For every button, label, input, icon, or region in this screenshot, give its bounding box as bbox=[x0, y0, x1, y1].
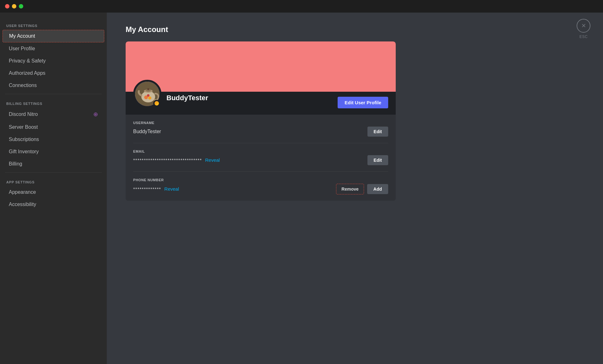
sidebar-item-appearance[interactable]: Appearance bbox=[3, 186, 104, 198]
svg-point-4 bbox=[147, 88, 149, 90]
username-actions: Edit bbox=[367, 127, 388, 137]
sidebar-item-discord-nitro[interactable]: Discord Nitro ⊕ bbox=[3, 108, 104, 121]
user-settings-section-label: USER SETTINGS bbox=[0, 19, 107, 30]
phone-reveal-link[interactable]: Reveal bbox=[164, 186, 179, 192]
page-title: My Account bbox=[126, 25, 590, 34]
close-button[interactable] bbox=[5, 4, 9, 8]
sidebar-item-subscriptions[interactable]: Subscriptions bbox=[3, 133, 104, 145]
avatar-wrapper: 🌙 bbox=[133, 80, 161, 108]
phone-masked: ************* bbox=[133, 186, 161, 192]
profile-card: 🌙 BuddyTester Edit User Profile USERNAME… bbox=[126, 41, 396, 201]
phone-value-row: ************* Reveal Remove Add bbox=[133, 184, 388, 194]
phone-remove-button[interactable]: Remove bbox=[336, 184, 364, 194]
email-value-container: ******************************** Reveal bbox=[133, 157, 220, 163]
phone-value-container: ************* Reveal bbox=[133, 186, 179, 192]
profile-info-row: 🌙 BuddyTester Edit User Profile bbox=[126, 92, 396, 115]
sidebar-item-user-profile[interactable]: User Profile bbox=[3, 43, 104, 55]
esc-label: ESC bbox=[579, 35, 588, 39]
sidebar-item-server-boost[interactable]: Server Boost bbox=[3, 121, 104, 133]
username-row: USERNAME BuddyTester Edit bbox=[133, 115, 388, 143]
maximize-button[interactable] bbox=[19, 4, 23, 8]
billing-settings-section-label: BILLING SETTINGS bbox=[0, 97, 107, 107]
email-edit-button[interactable]: Edit bbox=[367, 155, 388, 165]
username-display: BuddyTester bbox=[166, 94, 208, 102]
svg-point-7 bbox=[147, 94, 149, 97]
email-masked: ******************************** bbox=[133, 157, 202, 163]
esc-button[interactable]: ✕ ESC bbox=[577, 19, 590, 39]
sidebar-item-gift-inventory[interactable]: Gift Inventory bbox=[3, 146, 104, 158]
sidebar-item-connections[interactable]: Connections bbox=[3, 79, 104, 91]
status-badge: 🌙 bbox=[153, 100, 160, 107]
email-value-row: ******************************** Reveal … bbox=[133, 155, 388, 165]
app-settings-section-label: APP SETTINGS bbox=[0, 175, 107, 186]
email-label: EMAIL bbox=[133, 149, 388, 153]
divider-1 bbox=[5, 94, 102, 94]
info-section: USERNAME BuddyTester Edit EMAIL ********… bbox=[126, 115, 396, 201]
main-content: My Account bbox=[107, 13, 603, 364]
sidebar-item-my-account[interactable]: My Account bbox=[3, 30, 104, 42]
username-value-row: BuddyTester Edit bbox=[133, 127, 388, 137]
profile-left: 🌙 BuddyTester bbox=[133, 97, 208, 108]
sidebar: USER SETTINGS My Account User Profile Pr… bbox=[0, 13, 107, 364]
sidebar-item-accessibility[interactable]: Accessibility bbox=[3, 198, 104, 210]
username-value: BuddyTester bbox=[133, 129, 161, 134]
app-wrapper: USER SETTINGS My Account User Profile Pr… bbox=[0, 0, 603, 364]
email-actions: Edit bbox=[367, 155, 388, 165]
email-reveal-link[interactable]: Reveal bbox=[205, 157, 220, 163]
edit-profile-button[interactable]: Edit User Profile bbox=[338, 97, 388, 108]
profile-banner bbox=[126, 41, 396, 92]
phone-row: PHONE NUMBER ************* Reveal Remove… bbox=[133, 171, 388, 201]
minimize-button[interactable] bbox=[12, 4, 16, 8]
phone-add-button[interactable]: Add bbox=[367, 184, 388, 194]
titlebar bbox=[0, 0, 603, 13]
esc-circle-icon: ✕ bbox=[577, 19, 590, 33]
divider-2 bbox=[5, 172, 102, 173]
sidebar-item-billing[interactable]: Billing bbox=[3, 158, 104, 170]
nitro-icon: ⊕ bbox=[93, 111, 98, 118]
sidebar-item-authorized-apps[interactable]: Authorized Apps bbox=[3, 67, 104, 79]
phone-actions: Remove Add bbox=[336, 184, 388, 194]
username-edit-button[interactable]: Edit bbox=[367, 127, 388, 137]
username-label: USERNAME bbox=[133, 121, 388, 125]
email-row: EMAIL ******************************** R… bbox=[133, 143, 388, 171]
sidebar-item-privacy-safety[interactable]: Privacy & Safety bbox=[3, 55, 104, 67]
svg-point-6 bbox=[148, 96, 151, 100]
phone-label: PHONE NUMBER bbox=[133, 178, 388, 182]
